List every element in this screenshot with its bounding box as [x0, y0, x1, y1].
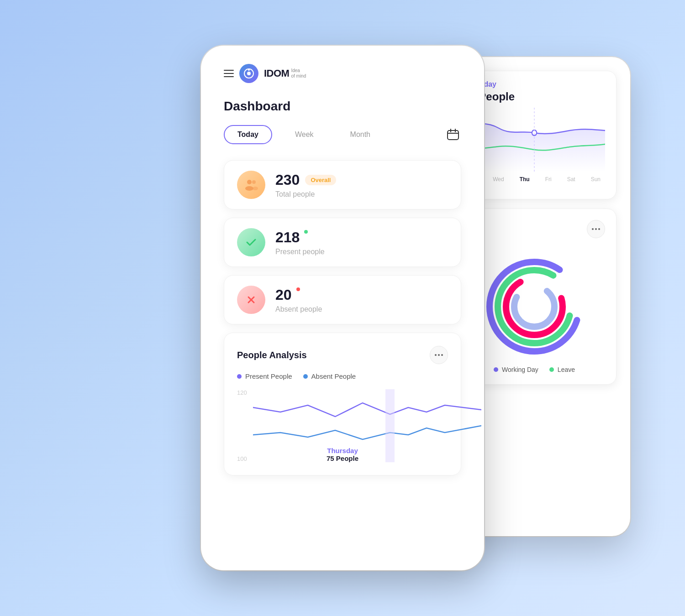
- present-icon: [237, 228, 265, 256]
- svg-point-2: [248, 69, 250, 71]
- x-label-sun: Sun: [591, 176, 601, 183]
- y-label-120: 120: [237, 389, 247, 396]
- legend-present-label: Present People: [245, 372, 292, 380]
- left-phone: IDOM Idea of mind Dashboard Today Week M…: [201, 46, 484, 570]
- total-people-card: 230 Overall Total people: [224, 160, 461, 209]
- svg-point-10: [253, 187, 258, 190]
- chart-highlight-day: Thursday: [327, 447, 358, 454]
- total-icon: [237, 171, 265, 199]
- legend-leave: Leave: [549, 366, 575, 373]
- svg-point-1: [247, 72, 251, 75]
- present-label: Present people: [275, 248, 325, 256]
- total-people-info: 230 Overall Total people: [275, 172, 336, 198]
- total-label: Total people: [275, 190, 336, 198]
- analysis-card: People Analysis Present People Absent Pe…: [224, 333, 461, 475]
- donut-svg: [484, 256, 585, 357]
- tab-month[interactable]: Month: [337, 125, 384, 144]
- analysis-title: People Analysis: [237, 350, 307, 360]
- chart-svg: [253, 389, 481, 462]
- tooltip-count: 75 People: [464, 90, 605, 103]
- x-label-wed: Wed: [493, 176, 504, 183]
- legend-absent-label: Absent People: [311, 372, 356, 380]
- x-label-fri: Fri: [545, 176, 552, 183]
- working-day-label: Working Day: [502, 366, 538, 373]
- absent-label: Absent people: [275, 305, 322, 313]
- x-axis-labels: Tue Wed Thu Fri Sat Sun: [464, 176, 605, 183]
- chart-y-labels: 120 100: [237, 389, 247, 462]
- total-number: 230: [275, 172, 300, 188]
- present-people-info: 218 Present people: [275, 229, 325, 256]
- legend-working-day: Working Day: [494, 366, 538, 373]
- line-chart-svg: [464, 108, 605, 172]
- absent-number-row: 20: [275, 287, 322, 303]
- status-legend: Working Day Leave: [464, 366, 605, 373]
- legend-absent: Absent People: [303, 372, 356, 380]
- page-title: Dashboard: [224, 99, 461, 114]
- tab-week[interactable]: Week: [281, 125, 327, 144]
- present-number-row: 218: [275, 229, 325, 246]
- svg-point-8: [245, 186, 253, 191]
- tagline-line1: Idea: [291, 68, 306, 73]
- line-chart-container: Tue Wed Thu Fri Sat Sun: [464, 108, 605, 190]
- status-header: us: [464, 220, 605, 238]
- status-more-button[interactable]: [587, 220, 605, 238]
- legend-dot-blue: [303, 374, 308, 379]
- analysis-more-button[interactable]: [430, 346, 448, 364]
- donut-container: [464, 247, 605, 366]
- absent-number: 20: [275, 287, 292, 303]
- legend-row: Present People Absent People: [237, 372, 448, 380]
- present-dot: [304, 230, 308, 234]
- chart-highlight-count: 75 People: [327, 454, 358, 462]
- x-label-sat: Sat: [567, 176, 575, 183]
- total-number-row: 230 Overall: [275, 172, 336, 188]
- working-day-dot: [494, 367, 498, 372]
- svg-point-9: [252, 180, 256, 184]
- legend-present: Present People: [237, 372, 292, 380]
- absent-people-card: 20 Absent people: [224, 275, 461, 324]
- present-people-card: 218 Present people: [224, 218, 461, 267]
- svg-rect-3: [448, 131, 458, 140]
- leave-dot: [549, 367, 554, 372]
- app-name: IDOM: [264, 68, 289, 79]
- x-label-thu: Thu: [520, 176, 530, 183]
- present-number: 218: [275, 229, 300, 246]
- tab-bar: Today Week Month: [224, 125, 461, 144]
- legend-dot-purple: [237, 374, 242, 379]
- logo-icon: [239, 64, 258, 83]
- tagline-line2: of mind: [291, 73, 306, 79]
- tab-today[interactable]: Today: [224, 125, 272, 144]
- menu-icon[interactable]: [224, 70, 234, 77]
- absent-dot: [296, 287, 300, 291]
- calendar-icon[interactable]: [445, 126, 461, 143]
- absent-people-info: 20 Absent people: [275, 287, 322, 313]
- leave-label: Leave: [558, 366, 575, 373]
- svg-point-19: [514, 287, 554, 327]
- tooltip-day: Thursday: [464, 80, 605, 89]
- app-header: IDOM Idea of mind: [224, 64, 461, 83]
- chart-label-highlight: Thursday 75 People: [327, 447, 358, 462]
- svg-point-7: [247, 180, 252, 184]
- absent-icon: [237, 286, 265, 314]
- y-label-100: 100: [237, 455, 247, 462]
- chart-area: 120 100 Thursday 75 People: [237, 389, 448, 462]
- overall-badge: Overall: [305, 175, 336, 185]
- analysis-header: People Analysis: [237, 346, 448, 364]
